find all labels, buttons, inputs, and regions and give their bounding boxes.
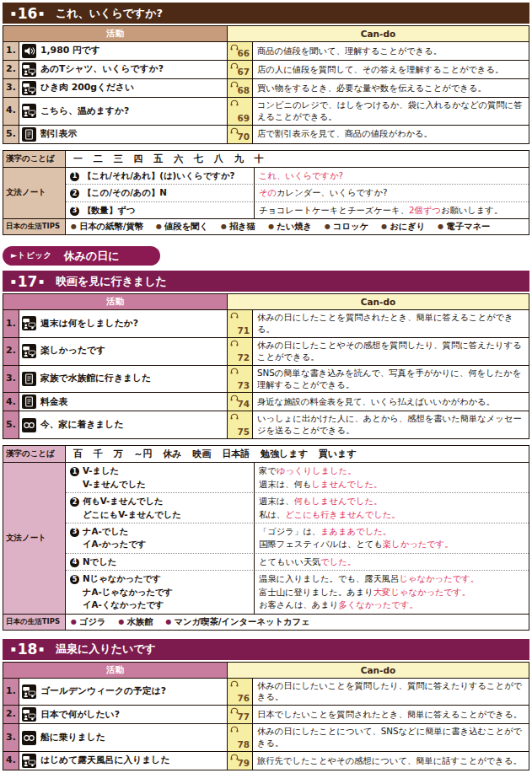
activity-text: 料金表 — [40, 396, 67, 409]
row-number: 2. — [3, 337, 19, 365]
headphones-icon — [230, 312, 239, 319]
track-number: 78 — [237, 738, 250, 750]
cando-text: 旅行先でしたことやその感想について、簡単に話すことができる。 — [253, 752, 529, 770]
track-number: 75 — [237, 426, 250, 437]
grammar-pattern: 3【数量】ずつ — [66, 201, 255, 218]
row-number: 4. — [3, 752, 19, 770]
cando-text: 商品の値段を聞いて、理解することができる。 — [253, 42, 529, 61]
lesson-16-section: ■ 16 ■ これ、いくらですか? 活動 Can-do 1. 1,980 円です… — [3, 3, 529, 235]
headphones-icon — [230, 368, 239, 374]
track-number: 74 — [237, 398, 250, 410]
cando-column-header: Can-do — [228, 26, 529, 42]
lesson-info-table: 漢字のことば 一 二 三 四 五 六 七 八 九 十 文法ノート 1【これ/それ… — [3, 150, 529, 235]
headphones-icon — [230, 726, 239, 733]
activities-table: 活動 Can-do 1. 週末は何をしましたか? 71 休みの日にしたことを質問… — [3, 293, 529, 439]
row-number: 5. — [3, 125, 19, 143]
grammar-pattern: 1【これ/それ/あれ】(は)いくらですか? — [66, 168, 255, 184]
tip-item: 招き猫 — [221, 221, 255, 233]
grammar-number: 4 — [70, 558, 79, 567]
track-number: 70 — [237, 131, 250, 142]
cando-text: いっしょに出かけた人に、あとから、感想を書いた簡単なメッセージを送ることができる… — [253, 411, 529, 439]
activity-text: こちら、温めますか? — [40, 105, 129, 118]
grammar-example: そのカレンダー、いくらですか? — [255, 184, 529, 201]
lesson-number: 17 — [18, 273, 38, 290]
activity-text: 今、家に着きました — [40, 419, 123, 432]
activity-text: ひき肉 200gください — [40, 82, 134, 94]
activity-text: 船に乗りました — [40, 732, 105, 744]
row-number: 4. — [3, 98, 19, 126]
lesson-title: 温泉に入りたいです — [56, 641, 156, 657]
lesson-mark-left: ■ — [11, 279, 16, 284]
activity-row: 2. あのTシャツ、いくらですか? 67 店の人に値段を質問して、その答えを理解… — [3, 61, 529, 79]
grammar-number: 5 — [70, 575, 79, 584]
activities-table: 活動 Can-do 1. 1,980 円です 66 商品の値段を聞いて、理解する… — [3, 25, 529, 144]
track-badge: 71 — [228, 310, 253, 338]
tip-item: 電子マネー — [438, 221, 490, 233]
row-number: 1. — [3, 310, 19, 338]
track-badge: 75 — [228, 411, 253, 439]
tips-label: 日本の生活TIPS — [3, 614, 66, 630]
grammar-pattern: 5NじゃなかったですナA-じゃなかったですイA-くなかったです — [66, 570, 255, 613]
track-badge: 67 — [228, 61, 253, 79]
cando-column-header: Can-do — [228, 662, 529, 678]
lesson-18-section: ■ 18 ■ 温泉に入りたいです 活動 Can-do 1. ゴールデンウィークの… — [3, 639, 529, 773]
track-badge: 66 — [228, 42, 253, 61]
tip-item: 水族館 — [119, 616, 153, 628]
talk-icon — [22, 104, 36, 118]
track-badge: 70 — [228, 125, 253, 143]
cando-column-header: Can-do — [228, 294, 529, 310]
activity-row: 1. ゴールデンウィークの予定は? 76 休みの日にしたいことを質問したり、質問… — [3, 678, 529, 706]
tip-item: 日本の紙幣/貨幣 — [71, 221, 143, 233]
talk-icon — [22, 344, 36, 358]
lesson-number: 18 — [18, 641, 38, 658]
activity-text: あのTシャツ、いくらですか? — [40, 63, 164, 76]
activity-row: 3. ひき肉 200gください 68 買い物をするとき、必要な量や数を伝えること… — [3, 79, 529, 98]
cando-text: 身近な施設の料金表を見て、いくら払えばいいかがわかる。 — [253, 393, 529, 411]
grammar-example: 「ゴジラ」は、まあまあでした。国際フェスティバルは、とても楽しかったです。 — [255, 523, 529, 553]
row-number: 3. — [3, 365, 19, 393]
activities-column-header: 活動 — [3, 662, 228, 678]
activity-text: ゴールデンウィークの予定は? — [40, 685, 166, 698]
tips-row: 日本の生活TIPS 日本の紙幣/貨幣値段を聞く招き猫たい焼きコロッケおにぎり電子… — [3, 219, 529, 235]
tip-item: 値段を聞く — [156, 221, 208, 233]
activity-text: 1,980 円です — [40, 45, 100, 57]
tips-label: 日本の生活TIPS — [3, 219, 66, 235]
lesson-mark-right: ■ — [39, 279, 44, 284]
track-badge: 72 — [228, 337, 253, 365]
row-number: 4. — [3, 393, 19, 411]
grammar-pattern: 1V-ましたV-ませんでした — [66, 463, 255, 492]
textbook-contents-page: ■ 16 ■ これ、いくらですか? 活動 Can-do 1. 1,980 円です… — [3, 0, 529, 773]
grammar-pattern: 2何もV-ませんでしたどこにもV-ませんでした — [66, 492, 255, 523]
track-number: 72 — [237, 352, 250, 363]
activity-text: 週末は何をしましたか? — [40, 318, 138, 330]
talk-icon — [22, 81, 36, 95]
activity-row: 2. 日本で何がしたい? 77 日本でしたいことを質問されたとき、簡単に答えるこ… — [3, 706, 529, 724]
track-badge: 74 — [228, 393, 253, 411]
activity-row: 4. はじめて露天風呂に入りました 79 旅行先でしたことやその感想について、簡… — [3, 752, 529, 770]
grammar-example: とてもいい天気でした。 — [255, 553, 529, 570]
activity-text: 楽しかったです — [40, 345, 105, 357]
cando-text: 休みの日にしたことを質問されたとき、簡単に答えることができる。 — [253, 310, 529, 338]
track-badge: 68 — [228, 79, 253, 98]
topic-tag: ►トピック — [11, 250, 52, 261]
headphones-icon — [230, 340, 239, 346]
track-number: 68 — [237, 84, 250, 96]
doc-icon — [22, 127, 36, 142]
topic-badge: ►トピック 休みの日に — [3, 246, 160, 266]
track-number: 71 — [237, 325, 250, 336]
grammar-number: 2 — [70, 497, 79, 507]
track-number: 69 — [237, 112, 250, 124]
lesson-title: これ、いくらですか? — [56, 6, 163, 21]
track-number: 76 — [237, 692, 250, 704]
grammar-example: 温泉に入りました。でも、露天風呂じゃなかったです。富士山に登りました。あまり大変… — [255, 570, 529, 613]
tips-row: 日本の生活TIPS ゴジラ水族館マンガ喫茶/インターネットカフェ — [3, 614, 529, 630]
activity-row: 4. こちら、温めますか? 69 コンビニのレジで、はしをつけるか、袋に入れるか… — [3, 98, 529, 126]
cando-text: 休みの日にしたことについて、SNSなどに簡単に書き込むことができる。 — [253, 724, 529, 752]
grammar-number: 2 — [70, 189, 79, 198]
kanji-label: 漢字のことば — [3, 150, 66, 167]
track-badge: 73 — [228, 365, 253, 393]
kanji-label: 漢字のことば — [3, 446, 66, 463]
lesson-header: ■ 17 ■ 映画を見に行きました — [3, 271, 529, 292]
grammar-number: 3 — [70, 528, 79, 537]
topic-title: 休みの日に — [64, 249, 120, 264]
